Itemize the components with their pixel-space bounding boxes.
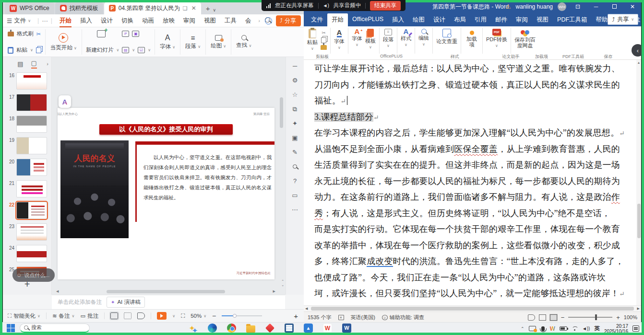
- meeting-app-float-icon[interactable]: A: [59, 95, 71, 108]
- word-user-name[interactable]: wanling huang: [516, 3, 553, 10]
- wifi-icon[interactable]: [572, 326, 578, 331]
- hscroll-right-icon[interactable]: ▶: [636, 307, 641, 311]
- taskbar-search[interactable]: 搜索: [20, 323, 90, 333]
- format-painter-label[interactable]: 格式刷: [17, 30, 34, 37]
- clock[interactable]: 20:17 2025/10/16: [604, 323, 628, 334]
- cloud-sync-icon[interactable]: ↑: [265, 17, 272, 24]
- word-tab-引用[interactable]: 引用: [470, 13, 491, 26]
- tab-window-icon[interactable]: ❑: [183, 5, 188, 12]
- find-group[interactable]: 查找 ∨: [231, 29, 256, 55]
- new-slide-label[interactable]: 新建幻灯片: [86, 46, 114, 54]
- chrome-icon[interactable]: [227, 323, 236, 333]
- comments-button[interactable]: ▭ 批注: [80, 312, 98, 320]
- wps-menu-item-动画[interactable]: 动画: [138, 17, 158, 25]
- layout-icon[interactable]: P: [122, 31, 129, 37]
- notes-button[interactable]: ≋ 备注∨: [52, 312, 75, 320]
- canvas-horizontal-scrollbar[interactable]: ◀ ▶: [55, 289, 277, 294]
- word-tab-绘图[interactable]: 绘图: [408, 13, 429, 26]
- calculator-icon[interactable]: [285, 323, 294, 333]
- ai-speech-button[interactable]: ✦ AI 演讲稿: [107, 297, 145, 308]
- smart-beautify-button[interactable]: ⛶ 智能美化∨: [8, 312, 40, 320]
- word-vertical-scrollbar[interactable]: ▲: [636, 60, 641, 305]
- wps-menu-item-审阅[interactable]: 审阅: [179, 17, 200, 25]
- canvas-vertical-scrollbar[interactable]: [279, 57, 284, 288]
- web-layout-icon[interactable]: [550, 314, 557, 321]
- print-layout-icon[interactable]: [539, 314, 546, 321]
- warning-icon[interactable]: ⚠: [506, 3, 511, 10]
- movie-poster-image[interactable]: 人民的名义 IN THE NAME OF PEOPLE: [60, 140, 129, 238]
- tray-expand-icon[interactable]: ⌃: [521, 326, 525, 331]
- word-tab-PDF工具箱[interactable]: PDF工具箱: [553, 13, 592, 26]
- slide-text-box[interactable]: 以人民为中心，坚守道义之重。在这部电视剧中，我们深刻体会到人民即道义的真谛，感受…: [135, 141, 274, 222]
- accessibility-status[interactable]: ☺ 辅助功能: 调查: [382, 314, 424, 321]
- word-paste-button[interactable]: 粘贴∨: [307, 29, 318, 52]
- wps-zoom-slider[interactable]: [222, 315, 262, 316]
- slideshow-play-button[interactable]: [157, 312, 167, 320]
- copilot-sparkle-icon[interactable]: ✦: [186, 323, 198, 333]
- scroll-up-icon[interactable]: ▲: [636, 60, 641, 64]
- word-zoom-value[interactable]: 100%: [624, 314, 637, 320]
- minimize-button[interactable]: ─: [589, 3, 603, 10]
- word-document-area[interactable]: 可让学生展开讨论，最后总结：以人民为中心，坚守道义之重。唯有铁腕发力、刀刃向内，…: [304, 60, 641, 305]
- fullscreen-icon[interactable]: ⛶: [181, 313, 185, 319]
- normal-view-icon[interactable]: [110, 312, 118, 319]
- reading-view-icon[interactable]: [137, 312, 145, 319]
- close-button[interactable]: ✕: [626, 3, 639, 10]
- zoom-in-button[interactable]: +: [294, 312, 298, 320]
- wps-menu-item-设计[interactable]: 设计: [96, 17, 117, 25]
- slide-thumbnail-21[interactable]: [16, 180, 47, 197]
- word-tab-设计[interactable]: 设计: [429, 13, 450, 26]
- language-status[interactable]: 英语(美国): [351, 314, 375, 321]
- font-group[interactable]: A 字体 ∨: [155, 29, 180, 55]
- wps-menu-item-视图[interactable]: 视图: [200, 17, 220, 25]
- sorter-view-icon[interactable]: [124, 312, 131, 319]
- user-avatar[interactable]: WH: [558, 2, 566, 11]
- word-cut-icon[interactable]: ✂: [322, 30, 325, 35]
- new-slide-icon[interactable]: [97, 30, 106, 37]
- word-tab-文件[interactable]: 文件: [307, 13, 327, 26]
- wps-document-tab[interactable]: P 04.第四章 坚持以人民为 ❑ ✕: [104, 2, 201, 14]
- pdf-convert-group[interactable]: PDF PDF转换∨: [483, 28, 511, 54]
- paste-label[interactable]: 粘贴: [16, 46, 27, 54]
- menu-overflow-chevron[interactable]: ›: [259, 18, 260, 23]
- word-zoom-slider[interactable]: [568, 317, 612, 318]
- notification-center-icon[interactable]: [632, 325, 639, 332]
- wps-home-tab[interactable]: W WPS Office: [5, 2, 54, 14]
- battery-icon[interactable]: [560, 326, 567, 331]
- font-collapsed-group[interactable]: A 字体∨: [331, 28, 348, 54]
- slide-thumbnail-17[interactable]: [16, 94, 47, 111]
- slide-view-icon[interactable]: ▢: [31, 59, 37, 69]
- taskbar-word-icon[interactable]: W: [342, 323, 351, 333]
- template-button[interactable]: 模板∨: [365, 29, 376, 50]
- officeplus-font-button[interactable]: A 字体∨: [352, 29, 362, 48]
- hscroll-left-icon[interactable]: ◀: [304, 307, 309, 311]
- word-copy-icon[interactable]: [321, 37, 326, 43]
- slide-thumbnail-18[interactable]: [16, 116, 47, 133]
- slide-22[interactable]: 坚持以人民为中心 第四章 坚持 以《人民的名义》接受人民的审判 人民的名义 IN…: [58, 108, 274, 279]
- maximize-button[interactable]: [608, 3, 621, 10]
- wps-menu-item-开始[interactable]: 开始: [55, 17, 76, 25]
- tab-list-chevron-icon[interactable]: ∨: [213, 8, 216, 14]
- ime-indicator[interactable]: 英: [594, 325, 600, 332]
- rail-more-icon[interactable]: ⋯: [292, 207, 298, 213]
- volume-icon[interactable]: ◄)): [582, 326, 590, 331]
- outline-view-icon[interactable]: ▤: [17, 60, 23, 68]
- wps-cloud-tray-icon[interactable]: W: [550, 325, 555, 332]
- editing-collapsed-group[interactable]: 编辑∨: [415, 28, 433, 54]
- wps-menu-item-放映[interactable]: 放映: [158, 17, 179, 25]
- save-baidu-group[interactable]: 保存到百度网盘: [511, 28, 539, 54]
- cut-icon[interactable]: ✂: [36, 31, 41, 37]
- scroll-left-icon[interactable]: ◀: [55, 289, 60, 293]
- object-properties-icon[interactable]: ⚙: [292, 77, 298, 83]
- word-zoom-out[interactable]: −: [561, 314, 565, 321]
- wps-menu-item-插入[interactable]: 插入: [76, 17, 96, 25]
- page-nav-arrows[interactable]: ⌃⌄: [281, 279, 284, 287]
- section-icon[interactable]: ☑: [138, 47, 145, 53]
- meeting-app-icon[interactable]: ▲: [304, 323, 313, 333]
- word-tab-布局[interactable]: 布局: [450, 13, 470, 26]
- draw-group[interactable]: 绘图 ∨: [206, 29, 231, 55]
- start-button[interactable]: [7, 324, 15, 332]
- ribbon-display-options-icon[interactable]: ⊡: [571, 3, 584, 10]
- paragraph-collapsed-group[interactable]: ≡ 段落∨: [380, 28, 397, 54]
- word-format-painter-icon[interactable]: [321, 45, 327, 50]
